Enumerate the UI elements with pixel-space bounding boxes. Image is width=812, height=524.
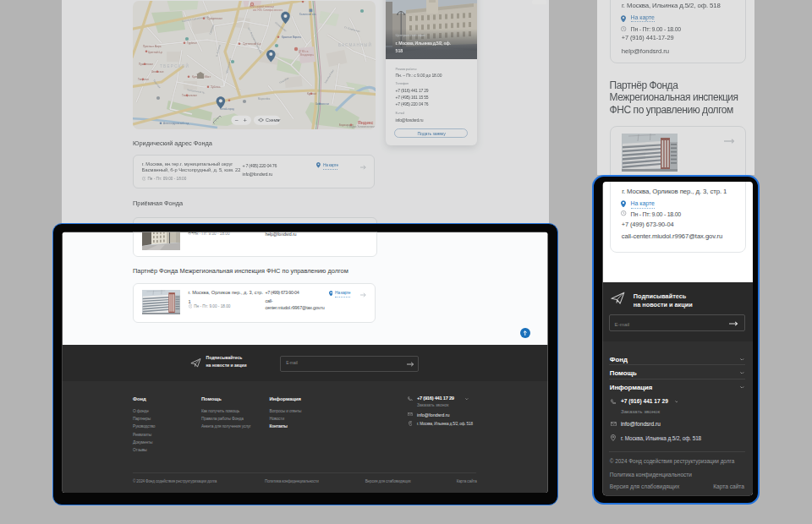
svg-text:Яндекс: Яндекс	[358, 120, 374, 125]
svg-text:Цветной б-р: Цветной б-р	[148, 51, 162, 54]
svg-text:Казанский вкз.: Казанский вкз.	[299, 13, 316, 16]
svg-text:им. Н.В. Склифосовского: им. Н.В. Склифосовского	[253, 8, 283, 12]
svg-text:Владимира: Владимира	[300, 53, 314, 57]
svg-text:ТВЕРСКОЙ: ТВЕРСКОЙ	[160, 63, 189, 68]
svg-text:БАСМАННЫЙ: БАСМАННЫЙ	[338, 41, 372, 47]
svg-text:Китай-город: Китай-город	[220, 107, 234, 111]
svg-text:© Яндекс Условия использовани: © Яндекс Условия использования	[347, 125, 376, 128]
svg-text:Сухаревская: Сухаревская	[207, 17, 222, 20]
svg-text:Красные Ворота: Красные Ворота	[282, 35, 301, 39]
svg-text:Лубянка: Лубянка	[211, 85, 221, 89]
svg-text:+: +	[244, 117, 248, 124]
svg-text:Пушкинская: Пушкинская	[139, 63, 153, 66]
svg-text:Театральная: Театральная	[182, 94, 197, 97]
svg-text:Маросейка: Маросейка	[258, 97, 271, 101]
svg-text:Трубная: Трубная	[187, 41, 197, 45]
svg-text:Сретенский б-р: Сретенский б-р	[243, 42, 261, 46]
svg-text:Чкаловская: Чкаловская	[315, 102, 330, 106]
svg-text:Проспект Мира: Проспект Мира	[143, 45, 162, 48]
svg-text:Александровский сад: Александровский сад	[163, 122, 189, 125]
svg-text:−: −	[235, 117, 239, 124]
